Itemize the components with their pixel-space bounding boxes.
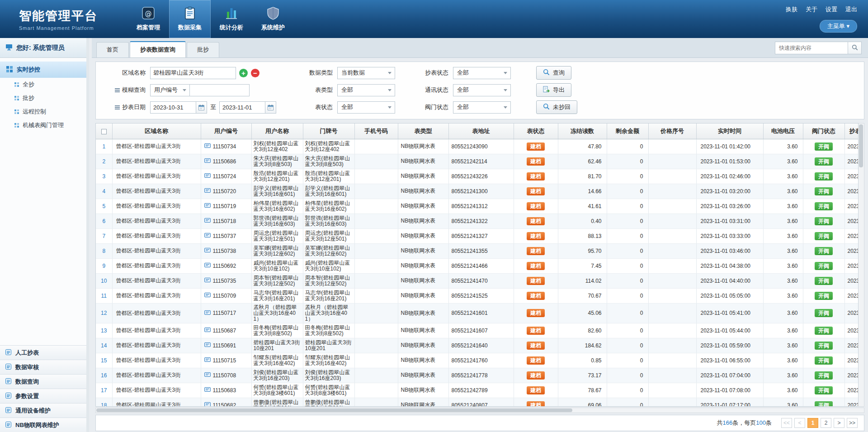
comm-status-select[interactable]: 全部 bbox=[453, 84, 511, 96]
table-row[interactable]: 15 曾都区-碧桂园翠山蓝天3街 11150715 邹耀东(碧桂园翠山蓝天3街1… bbox=[96, 353, 859, 368]
sidebar-item-realtime-reading[interactable]: 实时抄控 bbox=[0, 62, 86, 78]
section-data-audit[interactable]: 数据审核 bbox=[0, 360, 86, 374]
table-row[interactable]: 6 曾都区-碧桂园翠山蓝天3街 11150718 郭世强(碧桂园翠山蓝天3街16… bbox=[96, 214, 859, 228]
section-general-device-maintenance[interactable]: 通用设备维护 bbox=[0, 403, 86, 418]
horizontal-scrollbar-thumb[interactable] bbox=[96, 408, 572, 412]
cell-frozen-reading: 73.17 bbox=[558, 368, 607, 383]
cell-remaining-balance: 0 bbox=[607, 243, 648, 258]
unread-button[interactable]: 未抄回 bbox=[536, 100, 577, 114]
column-header-8[interactable]: 冻结读数 bbox=[558, 123, 607, 139]
table-row[interactable]: 2 曾都区-碧桂园翠山蓝天3街 11150686 朱大庆(碧桂园翠山蓝天3街8座… bbox=[96, 154, 859, 169]
nav-data-collection[interactable]: 数据采集 bbox=[169, 0, 211, 38]
date-from-input[interactable] bbox=[150, 101, 196, 114]
calendar-icon[interactable] bbox=[265, 101, 276, 114]
valve-badge: 开阀 bbox=[815, 232, 833, 240]
area-name-input[interactable] bbox=[150, 67, 236, 79]
add-area-button[interactable]: + bbox=[239, 69, 248, 77]
nav-system-maintenance[interactable]: 系统维护 bbox=[252, 0, 294, 38]
page-next-button[interactable]: > bbox=[834, 418, 844, 428]
quick-search-input[interactable] bbox=[775, 42, 848, 54]
column-header-11[interactable]: 实时时间 bbox=[696, 123, 763, 139]
about-link[interactable]: 关于 bbox=[806, 5, 817, 14]
query-button[interactable]: 查询 bbox=[536, 66, 571, 80]
column-header-6[interactable]: 表地址 bbox=[448, 123, 514, 139]
table-row[interactable]: 9 曾都区-碧桂园翠山蓝天3街 11150692 戚尚(碧桂园翠山蓝天3街10座… bbox=[96, 258, 859, 273]
read-status-select[interactable]: 全部 bbox=[453, 67, 511, 79]
section-manual-reading[interactable]: 人工抄表 bbox=[0, 345, 86, 360]
column-header-2[interactable]: 用户名称 bbox=[251, 123, 303, 139]
column-header-12[interactable]: 电池电压 bbox=[763, 123, 803, 139]
page-last-button[interactable]: >> bbox=[847, 418, 858, 428]
sidebar-item-remote-control[interactable]: 远程控制 bbox=[0, 105, 86, 119]
table-row[interactable]: 3 曾都区-碧桂园翠山蓝天3街 11150724 殷浩(碧桂园翠山蓝天3街12座… bbox=[96, 169, 859, 184]
sidebar-item-full-reading[interactable]: 全抄 bbox=[0, 78, 86, 91]
fuzzy-field-select[interactable]: 用户编号 bbox=[150, 84, 190, 96]
column-header-1[interactable]: 用户编号 bbox=[201, 123, 251, 139]
nav-archive-management[interactable]: @ 档案管理 bbox=[127, 0, 169, 38]
table-row[interactable]: 13 曾都区-碧桂园翠山蓝天3街 11150687 田冬梅(碧桂园翠山蓝天3街8… bbox=[96, 323, 859, 338]
remove-area-button[interactable]: − bbox=[251, 69, 259, 77]
nav-statistics[interactable]: 统计分析 bbox=[211, 0, 252, 38]
cell-user-number: 11150692 bbox=[201, 258, 251, 273]
status-badge: 建档 bbox=[527, 217, 545, 225]
select-all-checkbox[interactable] bbox=[96, 123, 112, 139]
table-row[interactable]: 14 曾都区-碧桂园翠山蓝天3街 11150691 碧桂园翠山蓝天3街10座20… bbox=[96, 338, 859, 353]
vertical-scrollbar[interactable] bbox=[859, 123, 864, 407]
meter-icon bbox=[204, 277, 211, 284]
page-2-button[interactable]: 2 bbox=[821, 418, 831, 428]
table-row[interactable]: 16 曾都区-碧桂园翠山蓝天3街 11150708 刘俊(碧桂园翠山蓝天3街16… bbox=[96, 368, 859, 383]
cell-read-time: 2023- bbox=[844, 368, 859, 383]
table-row[interactable]: 1 曾都区-碧桂园翠山蓝天3街 11150734 刘权(碧桂园翠山蓝天3街12座… bbox=[96, 139, 859, 154]
column-header-10[interactable]: 价格序号 bbox=[648, 123, 696, 139]
calendar-icon[interactable] bbox=[196, 101, 207, 114]
meter-type-select[interactable]: 全部 bbox=[337, 84, 395, 96]
sidebar-item-mechanical-valve-management[interactable]: 机械表阀门管理 bbox=[0, 119, 86, 132]
table-row[interactable]: 11 曾都区-碧桂园翠山蓝天3街 11150709 马志华(碧桂园翠山蓝天3街1… bbox=[96, 288, 859, 303]
column-header-4[interactable]: 手机号码 bbox=[354, 123, 398, 139]
column-header-7[interactable]: 表状态 bbox=[514, 123, 558, 139]
table-row[interactable]: 7 曾都区-碧桂园翠山蓝天3街 11150737 周运忠(碧桂园翠山蓝天3街12… bbox=[96, 228, 859, 243]
table-row[interactable]: 10 曾都区-碧桂园翠山蓝天3街 11150735 周本智(碧桂园翠山蓝天3街1… bbox=[96, 273, 859, 288]
valve-badge: 开阀 bbox=[815, 187, 833, 195]
section-nb-iot-meter-maintenance[interactable]: NB物联网表维护 bbox=[0, 418, 86, 432]
page-1-button[interactable]: 1 bbox=[807, 418, 818, 428]
date-to-input[interactable] bbox=[219, 101, 265, 114]
tab-batch-reading[interactable]: 批抄 bbox=[187, 42, 219, 57]
cell-user-name: 柏伟星(碧桂园翠山蓝天3街16座602) bbox=[251, 199, 303, 214]
table-row[interactable]: 18 曾都区-碧桂园翠山蓝天3街 11150682 曾鹏傲(碧桂园翠山蓝天3街8… bbox=[96, 398, 859, 407]
table-row[interactable]: 12 曾都区-碧桂园翠山蓝天3街 11150717 孟秋月（碧桂园翠山蓝天3街1… bbox=[96, 303, 859, 323]
table-row[interactable]: 8 曾都区-碧桂园翠山蓝天3街 11150738 吴军娜(碧桂园翠山蓝天3街12… bbox=[96, 243, 859, 258]
page-first-button[interactable]: << bbox=[781, 418, 792, 428]
logout-link[interactable]: 退出 bbox=[845, 5, 857, 14]
cell-price-number bbox=[648, 288, 696, 303]
section-parameter-settings[interactable]: 参数设置 bbox=[0, 389, 86, 403]
column-header-13[interactable]: 阀门状态 bbox=[803, 123, 844, 139]
fuzzy-query-input[interactable] bbox=[190, 84, 250, 96]
page-prev-button[interactable]: < bbox=[794, 418, 805, 428]
column-header-0[interactable]: 区域名称 bbox=[112, 123, 201, 139]
table-row[interactable]: 17 曾都区-碧桂园翠山蓝天3街 11150683 何赟(碧桂园翠山蓝天3街8座… bbox=[96, 383, 859, 398]
tab-meter-data-query[interactable]: 抄表数据查询 bbox=[130, 41, 186, 57]
valve-status-select[interactable]: 全部 bbox=[453, 101, 511, 114]
search-button[interactable] bbox=[848, 42, 862, 54]
tab-home[interactable]: 首页 bbox=[96, 42, 129, 57]
export-button[interactable]: 导出 bbox=[536, 83, 571, 97]
cell-meter-status: 建档 bbox=[514, 288, 558, 303]
meter-status-select[interactable]: 全部 bbox=[337, 101, 395, 114]
section-data-query[interactable]: 数据查询 bbox=[0, 374, 86, 389]
table-row[interactable]: 4 曾都区-碧桂园翠山蓝天3街 11150720 彭学义(碧桂园翠山蓝天3街16… bbox=[96, 184, 859, 199]
cell-read-time: 2023- bbox=[844, 383, 859, 398]
data-type-select[interactable]: 当前数据 bbox=[337, 67, 395, 79]
column-header-9[interactable]: 剩余金额 bbox=[607, 123, 648, 139]
cell-meter-type: NB物联网水表 bbox=[398, 139, 448, 154]
column-header-3[interactable]: 门牌号 bbox=[303, 123, 354, 139]
main-menu-button[interactable]: 主菜单 ▾ bbox=[820, 20, 857, 33]
horizontal-scrollbar[interactable] bbox=[95, 408, 864, 413]
skin-link[interactable]: 换肤 bbox=[786, 5, 797, 14]
vertical-scrollbar-thumb[interactable] bbox=[859, 124, 863, 167]
table-row[interactable]: 5 曾都区-碧桂园翠山蓝天3街 11150719 柏伟星(碧桂园翠山蓝天3街16… bbox=[96, 199, 859, 214]
column-header-14[interactable]: 抄表时间 bbox=[844, 123, 859, 139]
column-header-5[interactable]: 表类型 bbox=[398, 123, 448, 139]
sidebar-item-batch-reading[interactable]: 批抄 bbox=[0, 91, 86, 105]
settings-link[interactable]: 设置 bbox=[826, 5, 837, 14]
